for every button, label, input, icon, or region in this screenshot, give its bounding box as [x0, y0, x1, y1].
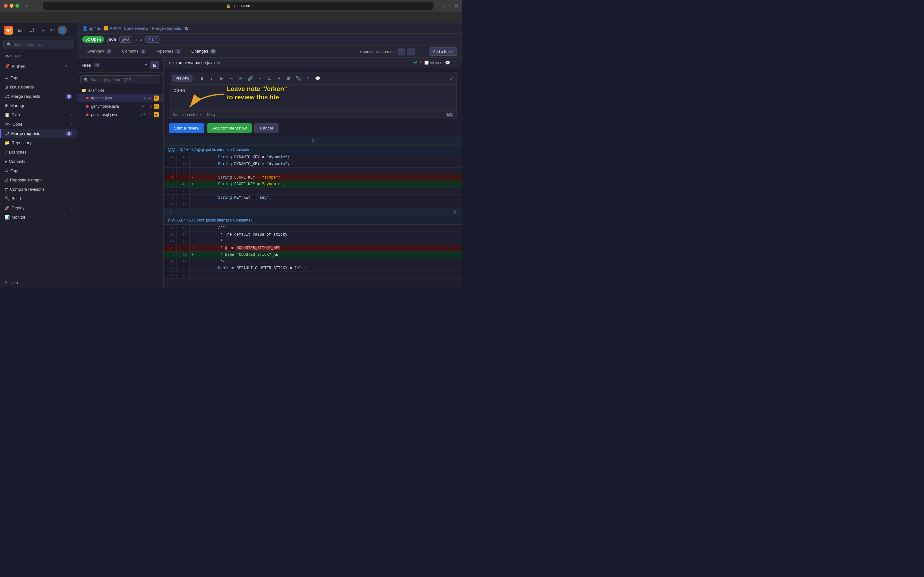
sidebar-item-repository-graph[interactable]: ◎ Repository graph [0, 175, 77, 185]
line-num-old: 70 [164, 238, 176, 245]
sidebar-item-commits[interactable]: ● Commits [0, 157, 77, 166]
browser-controls [4, 4, 19, 8]
collapse-btn[interactable]: ▾ [169, 61, 171, 65]
sidebar-item-manage[interactable]: ⚙ Manage › [0, 101, 77, 110]
italic-btn[interactable]: I [208, 74, 216, 82]
hr-btn[interactable]: — [227, 74, 235, 82]
user-avatar[interactable]: 👤 [58, 26, 67, 35]
plan-label: Plan [11, 113, 20, 117]
bold-btn[interactable]: B [198, 74, 206, 82]
sidebar-item-merge-requests[interactable]: ⎇ Merge requests 8 [0, 129, 77, 138]
monitor-label: Monitor [11, 215, 25, 219]
cancel-button[interactable]: Cancel [254, 123, 278, 133]
viewed-check[interactable] [425, 61, 429, 65]
pinned-header[interactable]: 📌 Pinned ▼ [0, 59, 77, 73]
number-list-btn[interactable]: 1. [265, 74, 274, 82]
sidebar-item-tags-code[interactable]: 🏷 Tags [0, 166, 77, 175]
issues-btn[interactable]: ✓ [39, 26, 48, 35]
table-btn[interactable]: ⊞ [284, 74, 293, 82]
tab-pipelines[interactable]: Pipelines 1 [152, 45, 186, 57]
strikethrough-btn[interactable]: S [217, 74, 226, 82]
sidebar-item-help[interactable]: ? Help [0, 277, 77, 288]
task-list-btn[interactable]: ≡ [275, 74, 283, 82]
sidebar-item-code[interactable]: </> Code ˅ [0, 119, 77, 129]
diff-expand-top[interactable]: ⇅ [164, 137, 462, 145]
sidebar-item-issue-boards[interactable]: ⊞ Issue boards [0, 82, 77, 92]
switch-rich-text-label[interactable]: Switch to rich text editing [172, 113, 215, 117]
breadcrumb-mr[interactable]: Merge requests [152, 26, 181, 31]
sidebar-item-plan[interactable]: 📋 Plan › [0, 110, 77, 119]
sidebar-item-deploy[interactable]: 🚀 Deploy › [0, 203, 77, 213]
viewed-checkbox[interactable]: Viewed [425, 61, 443, 65]
monitor-icon: 📊 [5, 215, 10, 219]
back-arrow[interactable]: ‹ [24, 3, 29, 9]
sidebar-toggle-btn[interactable]: ⊞ [15, 26, 24, 35]
tab-commits[interactable]: Commits 1 [118, 45, 150, 57]
comment-template-btn[interactable]: 💬 [313, 74, 322, 82]
diff-btn[interactable]: ⎍ [304, 74, 312, 82]
address-bar[interactable]: 🔒 gitlab.com [43, 2, 433, 10]
code-btn[interactable]: </> [236, 74, 245, 82]
thread-next-btn[interactable]: ˅ [407, 48, 415, 55]
sidebar-item-repository[interactable]: 📁 Repository [0, 138, 77, 147]
list-view-btn[interactable]: ≡ [142, 61, 150, 69]
diff-expand-middle[interactable]: ⇩ ⇧ [164, 208, 462, 216]
diff-code [196, 272, 462, 279]
app-layout: ⊞ ⎇ ✓ 37 👤 🔍 Search or go to... Project … [0, 23, 462, 288]
issues-count: 37 [50, 28, 54, 32]
expand-editor-btn[interactable]: ⤢ [449, 76, 453, 81]
sidebar: ⊞ ⎇ ✓ 37 👤 🔍 Search or go to... Project … [0, 23, 77, 288]
file-search-input[interactable] [90, 77, 157, 82]
sidebar-item-merge-requests-pinned[interactable]: ⎇ Merge requests 8 [0, 92, 77, 101]
tree-view-btn[interactable]: ⊞ [150, 61, 159, 69]
add-tab-icon[interactable]: + [449, 3, 451, 9]
comment-icon[interactable]: 💬 [445, 60, 450, 65]
fork-btn[interactable]: ⎇ [27, 26, 37, 35]
minimize-btn[interactable] [10, 4, 13, 8]
add-comment-button[interactable]: Add comment now [207, 123, 252, 133]
diff-hunk-header-2: @@ -68,7 +68,7 @@ public interface Const… [164, 216, 462, 225]
breadcrumb-api4ai[interactable]: api4ai [89, 26, 100, 31]
close-btn[interactable] [4, 4, 8, 8]
file-item-genymobile[interactable]: genymobile.java +44 -0 ✎ [77, 102, 163, 111]
copy-path-btn[interactable]: ⧉ [217, 61, 220, 65]
sidebar-item-tags[interactable]: 🏷 Tags [0, 73, 77, 82]
add-todo-button[interactable]: Add a to do [429, 47, 457, 56]
tabs-icon[interactable]: ⧉ [455, 3, 458, 9]
sidebar-item-compare-revisions[interactable]: ⇄ Compare revisions [0, 185, 77, 194]
code-label: Code [13, 122, 23, 127]
tab-overview[interactable]: Overview 3 [82, 45, 116, 57]
sidebar-search[interactable]: 🔍 Search or go to... [3, 40, 73, 49]
diff-sign [189, 168, 196, 174]
more-file-icon[interactable]: ⋮ [453, 60, 457, 65]
monitor-arrow: › [71, 215, 72, 219]
postgresql-mod-badge: ✎ [153, 112, 159, 117]
forward-arrow[interactable]: › [30, 3, 34, 9]
compare-icon: ⇄ [5, 187, 8, 192]
file-item-apache[interactable]: apache.java +6 -2 ✎ [77, 94, 163, 102]
bullet-list-btn[interactable]: • [256, 74, 264, 82]
open-icon: ⎇ [86, 37, 90, 42]
breadcrumb-avatar: 👤 [82, 26, 87, 31]
line-num-new: 68 [176, 225, 189, 231]
attach-btn[interactable]: 📎 [294, 74, 302, 82]
tab-changes[interactable]: Changes 3 [187, 45, 220, 57]
more-options-btn[interactable]: ⋮ [417, 47, 426, 56]
comment-editor: Preview B I S — </> 🔗 • 1. ≡ ⊞ 📎 ⎍ [169, 72, 457, 119]
table-row: 71 + * @see #CLUSTER_STICKY_KE [164, 251, 462, 258]
share-icon[interactable]: ↑ [443, 3, 445, 9]
link-btn[interactable]: 🔗 [246, 74, 254, 82]
diff-sign [189, 231, 196, 238]
file-search-container[interactable]: 🔍 [80, 75, 160, 84]
sidebar-item-branches[interactable]: ⑂ Branches [0, 147, 77, 157]
editor-tab-preview[interactable]: Preview [172, 75, 192, 82]
file-item-postgresql[interactable]: postgresql.java +13 -11 ✎ [77, 111, 163, 119]
sidebar-item-monitor[interactable]: 📊 Monitor › [0, 213, 77, 222]
help-label: Help [9, 280, 18, 285]
start-review-button[interactable]: Start a review [169, 123, 204, 133]
breadcrumb-project[interactable]: API4AI Code Review [103, 26, 148, 31]
maximize-btn[interactable] [15, 4, 19, 8]
file-changes-postgresql: +13 -11 ✎ [140, 112, 159, 117]
sidebar-item-build[interactable]: 🔨 Build › [0, 194, 77, 203]
thread-prev-btn[interactable]: ˄ [397, 48, 405, 55]
